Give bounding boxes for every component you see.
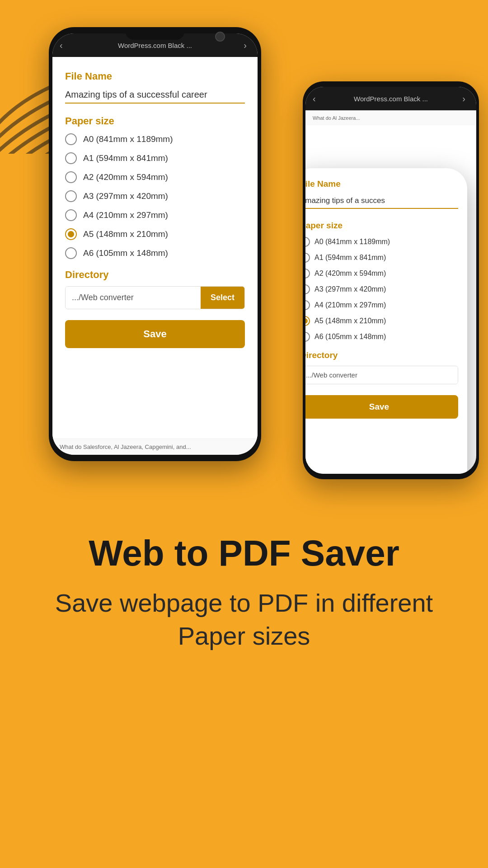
radio-a0-primary[interactable]: A0 (841mm x 1189mm) bbox=[65, 133, 245, 145]
radio-circle-a1-secondary bbox=[305, 253, 310, 263]
directory-label-secondary: Directory bbox=[305, 350, 458, 360]
radio-label-a3-primary: A3 (297mm x 420mm) bbox=[83, 191, 168, 201]
directory-input-secondary[interactable] bbox=[305, 366, 458, 384]
select-button-primary[interactable]: Select bbox=[201, 287, 244, 309]
phone-primary: ‹ WordPress.com Black ... › File Name Pa… bbox=[49, 27, 261, 461]
paper-size-label-primary: Paper size bbox=[65, 115, 245, 127]
radio-label-a0-secondary: A0 (841mm x 1189mm) bbox=[314, 238, 390, 246]
radio-a1-secondary[interactable]: A1 (594mm x 841mm) bbox=[305, 253, 458, 263]
phone-camera bbox=[215, 32, 225, 42]
radio-label-a5-primary: A5 (148mm x 210mm) bbox=[83, 229, 168, 239]
directory-row-primary: Select bbox=[65, 286, 245, 309]
radio-label-a1-secondary: A1 (594mm x 841mm) bbox=[314, 254, 386, 262]
radio-label-a6-primary: A6 (105mm x 148mm) bbox=[83, 248, 168, 258]
file-name-input-secondary[interactable] bbox=[305, 193, 458, 209]
save-button-primary[interactable]: Save bbox=[65, 320, 245, 348]
radio-circle-a6-primary bbox=[65, 247, 77, 259]
save-button-secondary[interactable]: Save bbox=[305, 395, 458, 419]
forward-arrow-icon-secondary[interactable]: › bbox=[462, 94, 465, 104]
back-arrow-icon[interactable]: ‹ bbox=[60, 40, 63, 51]
browser-url-primary: WordPress.com Black ... bbox=[66, 42, 244, 49]
radio-circle-a3-secondary bbox=[305, 284, 310, 294]
phone-primary-screen: ‹ WordPress.com Black ... › File Name Pa… bbox=[52, 33, 258, 455]
bottom-bar-primary: What do Salesforce, Al Jazeera, Capgemin… bbox=[52, 439, 258, 455]
phone-secondary: ‹ WordPress.com Black ... › File Name Pa… bbox=[303, 81, 479, 479]
radio-label-a3-secondary: A3 (297mm x 420mm) bbox=[314, 285, 386, 293]
radio-a6-secondary[interactable]: A6 (105mm x 148mm) bbox=[305, 332, 458, 342]
radio-label-a4-secondary: A4 (210mm x 297mm) bbox=[314, 301, 386, 309]
radio-circle-a6-secondary bbox=[305, 332, 310, 342]
page-content: ‹ WordPress.com Black ... › File Name Pa… bbox=[0, 0, 488, 689]
directory-input-primary[interactable] bbox=[66, 287, 201, 309]
browser-url-secondary: WordPress.com Black ... bbox=[319, 95, 463, 103]
bottom-bar-secondary: What do Al Jazeera... bbox=[305, 110, 476, 125]
radio-label-a5-secondary: A5 (148mm x 210mm) bbox=[314, 317, 386, 325]
file-name-label-secondary: File Name bbox=[305, 179, 458, 189]
paper-size-label-secondary: Paper size bbox=[305, 221, 458, 231]
radio-a3-secondary[interactable]: A3 (297mm x 420mm) bbox=[305, 284, 458, 294]
radio-a4-secondary[interactable]: A4 (210mm x 297mm) bbox=[305, 300, 458, 310]
radio-circle-a2-secondary bbox=[305, 269, 310, 278]
radio-a2-primary[interactable]: A2 (420mm x 594mm) bbox=[65, 171, 245, 183]
sub-title: Save webpage to PDF in different Paper s… bbox=[36, 587, 452, 653]
radio-circle-a0-primary bbox=[65, 133, 77, 145]
radio-a0-secondary[interactable]: A0 (841mm x 1189mm) bbox=[305, 237, 458, 247]
radio-circle-a3-primary bbox=[65, 190, 77, 202]
radio-label-a6-secondary: A6 (105mm x 148mm) bbox=[314, 333, 386, 341]
phone-secondary-screen: ‹ WordPress.com Black ... › File Name Pa… bbox=[305, 87, 476, 474]
radio-circle-a5-primary bbox=[65, 228, 77, 240]
forward-arrow-icon[interactable]: › bbox=[244, 40, 247, 51]
directory-row-secondary bbox=[305, 366, 458, 384]
radio-circle-a2-primary bbox=[65, 171, 77, 183]
radio-a5-secondary[interactable]: A5 (148mm x 210mm) bbox=[305, 316, 458, 326]
radio-a6-primary[interactable]: A6 (105mm x 148mm) bbox=[65, 247, 245, 259]
text-section: Web to PDF Saver Save webpage to PDF in … bbox=[0, 506, 488, 689]
back-arrow-icon-secondary[interactable]: ‹ bbox=[313, 94, 316, 104]
radio-circle-a4-primary bbox=[65, 209, 77, 221]
radio-circle-a0-secondary bbox=[305, 237, 310, 247]
radio-a4-primary[interactable]: A4 (210mm x 297mm) bbox=[65, 209, 245, 221]
browser-bar-secondary: ‹ WordPress.com Black ... › bbox=[305, 87, 476, 110]
radio-a2-secondary[interactable]: A2 (420mm x 594mm) bbox=[305, 269, 458, 278]
radio-circle-a4-secondary bbox=[305, 300, 310, 310]
phone-notch bbox=[126, 27, 184, 40]
radio-a1-primary[interactable]: A1 (594mm x 841mm) bbox=[65, 152, 245, 164]
radio-a5-primary[interactable]: A5 (148mm x 210mm) bbox=[65, 228, 245, 240]
dialog-primary: File Name Paper size A0 (841mm x 1189mm)… bbox=[52, 57, 258, 439]
radio-label-a1-primary: A1 (594mm x 841mm) bbox=[83, 153, 168, 163]
main-title: Web to PDF Saver bbox=[36, 533, 452, 573]
file-name-label-primary: File Name bbox=[65, 71, 245, 82]
radio-a3-primary[interactable]: A3 (297mm x 420mm) bbox=[65, 190, 245, 202]
radio-label-a2-secondary: A2 (420mm x 594mm) bbox=[314, 269, 386, 278]
phones-container: ‹ WordPress.com Black ... › File Name Pa… bbox=[0, 0, 488, 506]
dialog-secondary: File Name Paper size A0 (841mm x 1189mm)… bbox=[305, 168, 467, 474]
file-name-input-primary[interactable] bbox=[65, 87, 245, 104]
radio-label-a0-primary: A0 (841mm x 1189mm) bbox=[83, 134, 173, 144]
radio-circle-a5-secondary bbox=[305, 316, 310, 326]
radio-label-a2-primary: A2 (420mm x 594mm) bbox=[83, 172, 168, 182]
radio-circle-a1-primary bbox=[65, 152, 77, 164]
radio-label-a4-primary: A4 (210mm x 297mm) bbox=[83, 210, 168, 220]
directory-label-primary: Directory bbox=[65, 269, 245, 281]
